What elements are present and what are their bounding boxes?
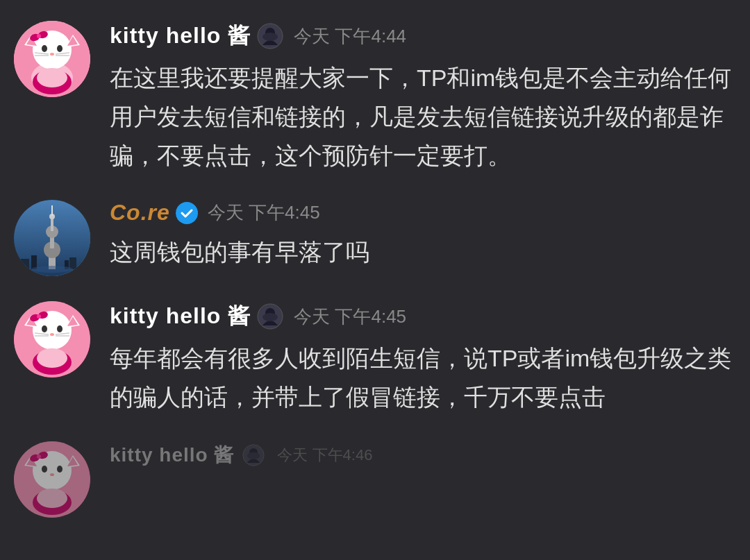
verified-badge (176, 202, 198, 224)
svg-point-35 (31, 266, 73, 273)
svg-point-52 (37, 314, 41, 319)
svg-point-66 (50, 473, 54, 476)
message-content: kitty hello 酱 今天 下午4:45 每年都会有很多人收到陌生短信，说… (110, 301, 736, 416)
chat-container: kitty hello 酱 今天 下午4:44 在这里我还要提醒大家一下，TP和… (0, 0, 750, 532)
message-text: 在这里我还要提醒大家一下，TP和im钱包是不会主动给任何用户发去短信和链接的，凡… (110, 58, 736, 175)
timestamp: 今天 下午4:45 (208, 201, 320, 225)
message-content: kitty hello 酱 今天 下午4:44 在这里我还要提醒大家一下，TP和… (110, 21, 736, 175)
message-content: kitty hello 酱 今天 下午4:46 (110, 441, 736, 476)
svg-rect-31 (21, 259, 29, 269)
message-text: 这周钱包的事有早落了吗 (110, 232, 736, 271)
svg-point-74 (247, 452, 260, 459)
bot-icon (256, 303, 284, 330)
avatar (14, 21, 90, 97)
svg-point-65 (57, 466, 62, 473)
svg-point-9 (50, 53, 54, 56)
timestamp: 今天 下午4:44 (294, 24, 406, 49)
svg-rect-33 (69, 257, 76, 269)
svg-point-71 (37, 489, 67, 508)
bot-icon (256, 22, 284, 50)
message-header: kitty hello 酱 今天 下午4:46 (110, 441, 736, 469)
svg-point-64 (42, 466, 47, 473)
svg-point-18 (37, 68, 67, 87)
svg-point-16 (37, 34, 41, 38)
username: Co.re (110, 200, 170, 226)
avatar (14, 200, 90, 276)
message-row: Co.re 今天 下午4:45 这周钱包的事有早落了吗 (14, 200, 736, 276)
svg-point-57 (262, 313, 278, 321)
message-row: kitty hello 酱 今天 下午4:44 在这里我还要提醒大家一下，TP和… (14, 21, 736, 175)
svg-point-36 (177, 203, 197, 223)
svg-point-43 (42, 325, 47, 332)
svg-point-8 (57, 45, 62, 52)
message-content: Co.re 今天 下午4:45 这周钱包的事有早落了吗 (110, 200, 736, 271)
message-header: kitty hello 酱 今天 下午4:45 (110, 301, 736, 332)
message-row: kitty hello 酱 今天 下午4:45 每年都会有很多人收到陌生短信，说… (14, 301, 736, 416)
message-header: Co.re 今天 下午4:45 (110, 200, 736, 226)
message-row: kitty hello 酱 今天 下午4:46 (14, 441, 736, 518)
kitty-avatar-image (14, 21, 90, 97)
svg-rect-30 (51, 205, 53, 216)
message-header: kitty hello 酱 今天 下午4:44 (110, 21, 736, 51)
svg-point-44 (57, 325, 62, 332)
timestamp: 今天 下午4:45 (294, 305, 406, 329)
username: kitty hello 酱 (110, 442, 234, 468)
svg-point-54 (37, 348, 67, 368)
timestamp: 今天 下午4:46 (277, 445, 372, 466)
avatar (14, 441, 90, 518)
username: kitty hello 酱 (110, 301, 251, 332)
message-text: 每年都会有很多人收到陌生短信，说TP或者im钱包升级之类的骗人的话，并带上了假冒… (110, 339, 736, 416)
username: kitty hello 酱 (110, 21, 251, 51)
avatar (14, 301, 90, 377)
bot-icon (240, 441, 267, 469)
svg-point-7 (42, 45, 47, 52)
svg-point-45 (50, 333, 54, 336)
svg-point-69 (37, 455, 41, 459)
svg-point-21 (262, 33, 278, 41)
